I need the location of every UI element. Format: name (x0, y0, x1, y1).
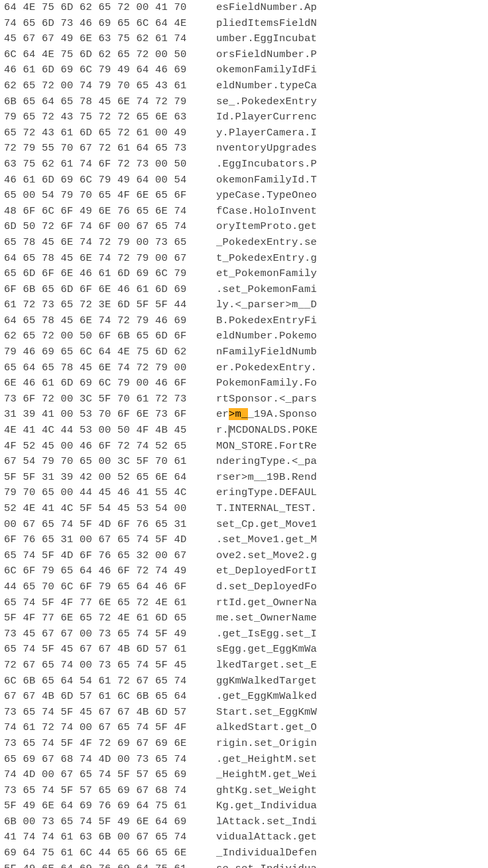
ascii-text[interactable]: et_DeployedFortI (216, 563, 317, 579)
hex-row[interactable]: 79 70 65 00 44 45 46 41 55 4CeringType.D… (0, 485, 488, 501)
hex-bytes[interactable]: 65 64 65 78 45 6E 74 72 79 00 (0, 360, 216, 376)
hex-bytes[interactable]: 65 69 67 68 74 4D 00 73 65 74 (0, 752, 216, 768)
hex-row[interactable]: 65 78 45 6E 74 72 79 00 73 65_PokedexEnt… (0, 235, 488, 251)
ascii-text[interactable]: esFieldNumber.Ap (216, 0, 317, 16)
ascii-text[interactable]: .get_HeightM.set (216, 752, 317, 768)
hex-row[interactable]: 5F 5F 31 39 42 00 52 65 6E 64rser>m__19B… (0, 470, 488, 486)
hex-row[interactable]: 73 65 74 5F 57 65 69 67 68 74ghtKg.set_W… (0, 783, 488, 799)
hex-row[interactable]: 6D 50 72 6F 74 6F 00 67 65 74oryItemProt… (0, 219, 488, 235)
hex-row[interactable]: 67 54 79 70 65 00 3C 5F 70 61nderingType… (0, 454, 488, 470)
hex-viewer[interactable]: 64 4E 75 6D 62 65 72 00 41 70esFieldNumb… (0, 0, 488, 868)
ascii-text[interactable]: alkedStart.get_O (216, 720, 317, 736)
hex-bytes[interactable]: 79 70 65 00 44 45 46 41 55 4C (0, 485, 216, 501)
hex-row[interactable]: 74 65 6D 73 46 69 65 6C 64 4EpliedItemsF… (0, 16, 488, 32)
ascii-text[interactable]: _IndividualDefen (216, 845, 317, 861)
ascii-text[interactable]: .get_IsEgg.set_I (216, 626, 317, 642)
ascii-text[interactable]: d.set_DeployedFo (216, 579, 317, 595)
hex-row[interactable]: 44 65 70 6C 6F 79 65 64 46 6Fd.set_Deplo… (0, 579, 488, 595)
hex-bytes[interactable]: 6C 6F 79 65 64 46 6F 72 74 49 (0, 563, 216, 579)
ascii-text[interactable]: Id.PlayerCurrenc (216, 109, 317, 125)
hex-bytes[interactable]: 45 67 67 49 6E 63 75 62 61 74 (0, 31, 216, 47)
hex-row[interactable]: 65 74 5F 4F 77 6E 65 72 4E 61rtId.get_Ow… (0, 595, 488, 611)
hex-bytes[interactable]: 5F 5F 31 39 42 00 52 65 6E 64 (0, 470, 216, 486)
hex-bytes[interactable]: 64 4E 75 6D 62 65 72 00 41 70 (0, 0, 216, 16)
hex-bytes[interactable]: 6B 00 73 65 74 5F 49 6E 64 69 (0, 814, 216, 830)
hex-bytes[interactable]: 00 67 65 74 5F 4D 6F 76 65 31 (0, 517, 216, 533)
hex-bytes[interactable]: 65 00 54 79 70 65 4F 6E 65 6F (0, 188, 216, 204)
hex-bytes[interactable]: 62 65 72 00 74 79 70 65 43 61 (0, 78, 216, 94)
ascii-text[interactable]: r.MCDONALDS.POKE (216, 423, 318, 439)
hex-bytes[interactable]: 6C 64 4E 75 6D 62 65 72 00 50 (0, 47, 216, 63)
ascii-text[interactable]: nventoryUpgrades (216, 141, 317, 157)
ascii-text[interactable]: .get_EggKmWalked (216, 689, 317, 705)
ascii-text[interactable]: t_PokedexEntry.g (216, 251, 317, 267)
ascii-text[interactable]: eringType.DEFAUL (216, 485, 317, 501)
hex-bytes[interactable]: 48 6F 6C 6F 49 6E 76 65 6E 74 (0, 204, 216, 220)
hex-row[interactable]: 73 65 74 5F 4F 72 69 67 69 6Erigin.set_O… (0, 736, 488, 752)
hex-row[interactable]: 6F 76 65 31 00 67 65 74 5F 4D.set_Move1.… (0, 532, 488, 548)
hex-bytes[interactable]: 6D 50 72 6F 74 6F 00 67 65 74 (0, 219, 216, 235)
hex-row[interactable]: 52 4E 41 4C 5F 54 45 53 54 00T.INTERNAL_… (0, 501, 488, 517)
ascii-text[interactable]: er.PokedexEntry. (216, 360, 317, 376)
hex-bytes[interactable]: 44 65 70 6C 6F 79 65 64 46 6F (0, 579, 216, 595)
hex-bytes[interactable]: 74 4D 00 67 65 74 5F 57 65 69 (0, 767, 216, 783)
ascii-text[interactable]: nderingType.<_pa (216, 454, 317, 470)
hex-bytes[interactable]: 72 79 55 70 67 72 61 64 65 73 (0, 141, 216, 157)
ascii-text[interactable]: eldNumber.typeCa (216, 78, 317, 94)
hex-bytes[interactable]: 6B 65 64 65 78 45 6E 74 72 79 (0, 94, 216, 110)
ascii-text[interactable]: ly.<_parser>m__D (216, 297, 317, 313)
ascii-text[interactable]: umber.EggIncubat (216, 31, 317, 47)
ascii-text[interactable]: ggKmWalkedTarget (216, 674, 317, 689)
hex-bytes[interactable]: 65 6D 6F 6E 46 61 6D 69 6C 79 (0, 266, 216, 282)
ascii-text[interactable]: .EggIncubators.P (216, 157, 317, 173)
ascii-text[interactable]: .set_Move1.get_M (216, 532, 317, 548)
ascii-text[interactable]: rtSponsor.<_pars (216, 392, 317, 407)
hex-row[interactable]: 74 61 72 74 00 67 65 74 5F 4FalkedStart.… (0, 720, 488, 736)
ascii-text[interactable]: lkedTarget.set_E (216, 658, 317, 674)
hex-bytes[interactable]: 6C 6B 65 64 54 61 72 67 65 74 (0, 674, 216, 689)
hex-bytes[interactable]: 61 72 73 65 72 3E 6D 5F 5F 44 (0, 297, 216, 313)
hex-bytes[interactable]: 46 61 6D 69 6C 79 49 64 00 54 (0, 173, 216, 188)
hex-row[interactable]: 6F 6B 65 6D 6F 6E 46 61 6D 69.set_Pokemo… (0, 282, 488, 298)
hex-row[interactable]: 65 00 54 79 70 65 4F 6E 65 6FypeCase.Typ… (0, 188, 488, 204)
hex-row[interactable]: 6C 6B 65 64 54 61 72 67 65 74ggKmWalkedT… (0, 674, 488, 689)
ascii-text[interactable]: fCase.HoloInvent (216, 204, 317, 220)
ascii-text[interactable]: rtId.get_OwnerNa (216, 595, 317, 611)
hex-row[interactable]: 4F 52 45 00 46 6F 72 74 52 65MON_STORE.F… (0, 439, 488, 455)
ascii-text[interactable]: B.PokedexEntryFi (216, 313, 317, 329)
ascii-text[interactable]: rser>m__19B.Rend (216, 470, 317, 486)
hex-bytes[interactable]: 52 4E 41 4C 5F 54 45 53 54 00 (0, 501, 216, 517)
hex-row[interactable]: 64 65 78 45 6E 74 72 79 46 69B.PokedexEn… (0, 313, 488, 329)
hex-bytes[interactable]: 4E 41 4C 44 53 00 50 4F 4B 45 (0, 423, 216, 439)
ascii-text[interactable]: orsFieldNumber.P (216, 47, 317, 63)
hex-bytes[interactable]: 4F 52 45 00 46 6F 72 74 52 65 (0, 439, 216, 455)
hex-row[interactable]: 73 45 67 67 00 73 65 74 5F 49.get_IsEgg.… (0, 626, 488, 642)
hex-bytes[interactable]: 65 72 43 61 6D 65 72 61 00 49 (0, 125, 216, 141)
hex-row[interactable]: 5F 49 6E 64 69 76 69 64 75 61se.set_Indi… (0, 861, 488, 868)
ascii-text[interactable]: _PokedexEntry.se (216, 235, 317, 251)
ascii-text[interactable]: pliedItemsFieldN (216, 16, 317, 32)
ascii-text[interactable]: y.PlayerCamera.I (216, 125, 317, 141)
hex-row[interactable]: 73 6F 72 00 3C 5F 70 61 72 73rtSponsor.<… (0, 392, 488, 407)
hex-bytes[interactable]: 79 46 69 65 6C 64 4E 75 6D 62 (0, 344, 216, 360)
hex-bytes[interactable]: 63 75 62 61 74 6F 72 73 00 50 (0, 157, 216, 173)
ascii-text[interactable]: nFamilyFieldNumb (216, 344, 317, 360)
hex-row[interactable]: 6B 65 64 65 78 45 6E 74 72 79se_.Pokedex… (0, 94, 488, 110)
hex-row[interactable]: 41 74 74 61 63 6B 00 67 65 74vidualAttac… (0, 830, 488, 845)
hex-bytes[interactable]: 67 54 79 70 65 00 3C 5F 70 61 (0, 454, 216, 470)
hex-row[interactable]: 65 64 65 78 45 6E 74 72 79 00er.PokedexE… (0, 360, 488, 376)
ascii-text[interactable]: Kg.get_Individua (216, 798, 317, 814)
ascii-text[interactable]: ypeCase.TypeOneo (216, 188, 317, 204)
hex-row[interactable]: 65 74 5F 45 67 67 4B 6D 57 61sEgg.get_Eg… (0, 642, 488, 658)
hex-bytes[interactable]: 31 39 41 00 53 70 6F 6E 73 6F (0, 407, 216, 423)
ascii-text[interactable]: se_.PokedexEntry (216, 94, 317, 110)
hex-row[interactable]: 6C 64 4E 75 6D 62 65 72 00 50orsFieldNum… (0, 47, 488, 63)
hex-row[interactable]: 5F 49 6E 64 69 76 69 64 75 61Kg.get_Indi… (0, 798, 488, 814)
ascii-text[interactable]: .set_PokemonFami (216, 282, 317, 298)
ascii-text[interactable]: okemonFamilyIdFi (216, 62, 317, 78)
hex-row[interactable]: 61 72 73 65 72 3E 6D 5F 5F 44ly.<_parser… (0, 297, 488, 313)
hex-bytes[interactable]: 46 61 6D 69 6C 79 49 64 46 69 (0, 62, 216, 78)
hex-row[interactable]: 74 4D 00 67 65 74 5F 57 65 69_HeightM.ge… (0, 767, 488, 783)
ascii-text[interactable]: ove2.set_Move2.g (216, 548, 317, 564)
hex-bytes[interactable]: 6F 76 65 31 00 67 65 74 5F 4D (0, 532, 216, 548)
